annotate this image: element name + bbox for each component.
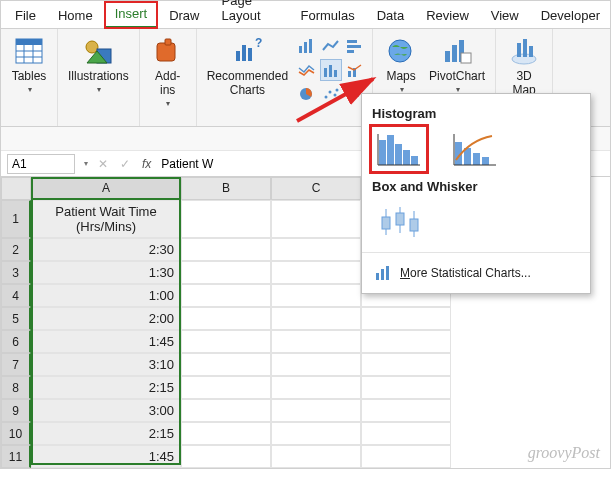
cell[interactable] <box>271 200 361 238</box>
cell[interactable]: 1:45 <box>31 330 181 353</box>
svg-rect-40 <box>379 140 386 165</box>
illustrations-button[interactable]: Illustrations▾ <box>64 33 133 96</box>
tab-insert[interactable]: Insert <box>105 2 158 28</box>
chevron-down-icon: ▾ <box>97 85 101 94</box>
row-header[interactable]: 3 <box>1 261 31 284</box>
histogram-option[interactable] <box>372 127 426 171</box>
row-header[interactable]: 10 <box>1 422 31 445</box>
enter-icon[interactable]: ✓ <box>114 157 136 171</box>
cell[interactable] <box>181 284 271 307</box>
cell[interactable] <box>181 238 271 261</box>
tables-button[interactable]: Tables▾ <box>7 33 51 96</box>
cell[interactable] <box>271 261 361 284</box>
cell[interactable]: 1:00 <box>31 284 181 307</box>
svg-rect-17 <box>309 39 312 53</box>
pivotchart-button[interactable]: PivotChart▾ <box>425 33 489 96</box>
cell[interactable]: 1:45 <box>31 445 181 468</box>
cell[interactable] <box>181 200 271 238</box>
cell[interactable] <box>181 307 271 330</box>
tab-file[interactable]: File <box>5 4 46 28</box>
cell[interactable] <box>271 399 361 422</box>
pivotchart-icon <box>441 35 473 67</box>
cell[interactable] <box>181 330 271 353</box>
cancel-icon[interactable]: ✕ <box>92 157 114 171</box>
pie-chart-button[interactable] <box>296 83 318 105</box>
name-box[interactable] <box>7 154 75 174</box>
svg-point-30 <box>336 89 339 92</box>
more-statistical-charts-link[interactable]: MMore Statistical Charts...ore Statistic… <box>372 259 580 287</box>
more-charts-label: MMore Statistical Charts...ore Statistic… <box>400 266 531 280</box>
line-chart-button[interactable] <box>320 35 342 57</box>
cell[interactable]: 1:30 <box>31 261 181 284</box>
cell[interactable] <box>361 399 451 422</box>
cell[interactable]: 3:10 <box>31 353 181 376</box>
name-box-dropdown[interactable]: ▾ <box>80 159 92 168</box>
row-header[interactable]: 7 <box>1 353 31 376</box>
cell[interactable] <box>271 353 361 376</box>
svg-rect-16 <box>304 42 307 53</box>
cell[interactable] <box>361 376 451 399</box>
row-header[interactable]: 4 <box>1 284 31 307</box>
col-header-a[interactable]: A <box>31 177 181 200</box>
group-charts: ? Recommended Charts <box>197 29 373 126</box>
chevron-down-icon: ▾ <box>166 99 170 108</box>
cell-a1[interactable]: Patient Wait Time (Hrs/Mins) <box>31 200 181 238</box>
column-chart-button[interactable] <box>296 35 318 57</box>
cell[interactable]: 2:15 <box>31 376 181 399</box>
cell[interactable] <box>271 330 361 353</box>
recommended-charts-button[interactable]: ? Recommended Charts <box>203 33 292 99</box>
svg-rect-59 <box>376 273 379 280</box>
tab-developer[interactable]: Developer <box>531 4 610 28</box>
cell[interactable] <box>181 376 271 399</box>
cell[interactable] <box>361 353 451 376</box>
cell[interactable]: 2:15 <box>31 422 181 445</box>
cell[interactable] <box>271 284 361 307</box>
cell[interactable] <box>271 307 361 330</box>
row-header[interactable]: 9 <box>1 399 31 422</box>
row-header[interactable]: 6 <box>1 330 31 353</box>
cell[interactable]: 3:00 <box>31 399 181 422</box>
cell[interactable] <box>361 445 451 468</box>
cell[interactable] <box>361 422 451 445</box>
area-chart-button[interactable] <box>296 59 318 81</box>
box-whisker-option[interactable] <box>372 200 426 244</box>
select-all-corner[interactable] <box>1 177 31 200</box>
tab-home[interactable]: Home <box>48 4 103 28</box>
col-header-c[interactable]: C <box>271 177 361 200</box>
fx-button[interactable]: fx <box>136 157 157 171</box>
cell[interactable] <box>361 330 451 353</box>
cell[interactable]: 2:00 <box>31 307 181 330</box>
addins-button[interactable]: Add- ins▾ <box>146 33 190 110</box>
cell[interactable] <box>361 307 451 330</box>
tab-page-layout[interactable]: Page Layout <box>212 0 289 28</box>
bar-chart-button[interactable] <box>344 35 366 57</box>
svg-rect-38 <box>523 39 527 57</box>
cell[interactable] <box>181 422 271 445</box>
illustrations-icon <box>82 35 114 67</box>
cell[interactable] <box>271 422 361 445</box>
row-header[interactable]: 5 <box>1 307 31 330</box>
maps-button[interactable]: Maps▾ <box>379 33 423 96</box>
tab-draw[interactable]: Draw <box>159 4 209 28</box>
combo-chart-button[interactable] <box>344 59 366 81</box>
row-header[interactable]: 1 <box>1 200 31 238</box>
cell[interactable] <box>271 445 361 468</box>
cell[interactable] <box>181 261 271 284</box>
cell[interactable]: 2:30 <box>31 238 181 261</box>
pareto-option[interactable] <box>448 127 502 171</box>
tab-view[interactable]: View <box>481 4 529 28</box>
tab-review[interactable]: Review <box>416 4 479 28</box>
statistical-chart-button[interactable] <box>320 59 342 81</box>
tab-data[interactable]: Data <box>367 4 414 28</box>
cell[interactable] <box>181 353 271 376</box>
cell[interactable] <box>271 238 361 261</box>
scatter-chart-button[interactable] <box>320 83 342 105</box>
cell[interactable] <box>181 399 271 422</box>
row-header[interactable]: 11 <box>1 445 31 468</box>
row-header[interactable]: 8 <box>1 376 31 399</box>
tab-formulas[interactable]: Formulas <box>291 4 365 28</box>
cell[interactable] <box>271 376 361 399</box>
cell[interactable] <box>181 445 271 468</box>
col-header-b[interactable]: B <box>181 177 271 200</box>
row-header[interactable]: 2 <box>1 238 31 261</box>
